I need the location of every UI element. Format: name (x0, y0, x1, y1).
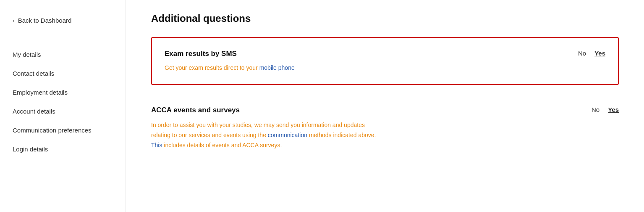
exam-results-sms-options: No Yes (578, 50, 605, 57)
sidebar-item-my-details[interactable]: My details (0, 45, 126, 64)
sidebar-nav: My details Contact details Employment de… (0, 45, 126, 159)
acca-events-surveys-yes-option[interactable]: Yes (608, 106, 619, 113)
exam-results-sms-yes-option[interactable]: Yes (594, 50, 605, 57)
back-link-label: Back to Dashboard (18, 17, 72, 24)
acca-events-surveys-header: ACCA events and surveys No Yes (151, 106, 619, 114)
sidebar-item-employment-details[interactable]: Employment details (0, 83, 126, 102)
acca-events-surveys-card: ACCA events and surveys No Yes In order … (151, 102, 619, 154)
acca-desc-line3-part1: This (151, 142, 162, 148)
sidebar-item-communication-preferences[interactable]: Communication preferences (0, 121, 126, 140)
main-content: Additional questions Exam results by SMS… (126, 0, 644, 212)
back-to-dashboard-link[interactable]: ‹ Back to Dashboard (0, 13, 126, 37)
acca-events-surveys-title: ACCA events and surveys (151, 106, 240, 114)
page-title: Additional questions (151, 13, 619, 24)
sidebar: ‹ Back to Dashboard My details Contact d… (0, 0, 126, 212)
exam-results-sms-no-option[interactable]: No (578, 50, 586, 57)
acca-desc-line2-part1: relating to our services and events usin… (151, 132, 268, 138)
exam-results-sms-card: Exam results by SMS No Yes Get your exam… (151, 37, 619, 85)
exam-results-sms-description: Get your exam results direct to your mob… (165, 63, 605, 72)
desc-get: Get your exam results direct to your (165, 64, 259, 71)
sidebar-item-contact-details[interactable]: Contact details (0, 64, 126, 83)
acca-desc-line2-part3: methods indicated above. (307, 132, 376, 138)
sidebar-nav-list: My details Contact details Employment de… (0, 45, 126, 159)
chevron-left-icon: ‹ (13, 17, 15, 24)
acca-events-surveys-description: In order to assist you with your studies… (151, 120, 619, 150)
acca-events-surveys-options: No Yes (592, 106, 619, 113)
acca-desc-line2-part2: communication (268, 132, 307, 138)
desc-mobile: mobile phone (259, 64, 295, 71)
acca-desc-line3-part2: includes details of events and ACCA surv… (162, 142, 282, 148)
acca-events-surveys-no-option[interactable]: No (592, 106, 599, 113)
acca-desc-line1-part1: In order to assist you with your studies… (151, 122, 365, 128)
exam-results-sms-header: Exam results by SMS No Yes (165, 50, 605, 58)
exam-results-sms-title: Exam results by SMS (165, 50, 237, 58)
sidebar-item-account-details[interactable]: Account details (0, 102, 126, 121)
sidebar-item-login-details[interactable]: Login details (0, 140, 126, 159)
